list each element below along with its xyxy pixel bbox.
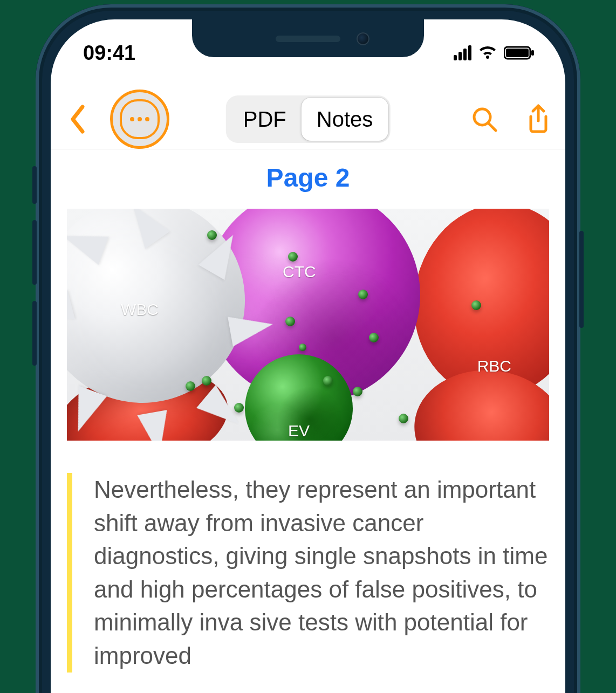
volume-down-button bbox=[32, 301, 37, 366]
more-options-button[interactable] bbox=[110, 90, 169, 149]
figure-label-wbc: WBC bbox=[121, 300, 159, 319]
cellular-icon bbox=[454, 45, 471, 60]
power-button bbox=[579, 231, 584, 328]
search-button[interactable] bbox=[468, 106, 501, 133]
volume-up-button bbox=[32, 220, 37, 285]
nav-bar: PDF Notes bbox=[51, 90, 565, 149]
mute-switch bbox=[32, 166, 37, 204]
battery-icon bbox=[504, 45, 535, 60]
svg-rect-2 bbox=[531, 50, 534, 56]
share-button[interactable] bbox=[522, 104, 555, 135]
figure-image: WBC CTC EV RBC bbox=[67, 209, 549, 441]
back-button[interactable] bbox=[61, 105, 94, 134]
tab-pdf[interactable]: PDF bbox=[228, 98, 302, 141]
svg-rect-1 bbox=[506, 49, 529, 57]
status-time: 09:41 bbox=[83, 42, 135, 65]
share-icon bbox=[525, 104, 551, 135]
phone-frame: 09:41 bbox=[36, 4, 580, 693]
page-link[interactable]: Page 2 bbox=[51, 163, 565, 193]
wifi-icon bbox=[478, 45, 497, 60]
view-mode-segmented-control[interactable]: PDF Notes bbox=[226, 95, 391, 143]
figure-label-ctc: CTC bbox=[283, 263, 316, 281]
screen: 09:41 bbox=[51, 19, 565, 693]
tab-notes[interactable]: Notes bbox=[302, 98, 388, 141]
highlighted-note[interactable]: Nevertheless, they represent an importan… bbox=[67, 473, 549, 673]
figure-label-rbc: RBC bbox=[477, 357, 511, 375]
figure-label-ev: EV bbox=[288, 422, 310, 440]
content-area[interactable]: Page 2 bbox=[51, 150, 565, 673]
chevron-left-icon bbox=[69, 105, 87, 134]
search-icon bbox=[471, 106, 498, 133]
svg-line-4 bbox=[489, 123, 496, 131]
more-options-icon bbox=[120, 99, 160, 139]
status-bar: 09:41 bbox=[51, 19, 565, 79]
